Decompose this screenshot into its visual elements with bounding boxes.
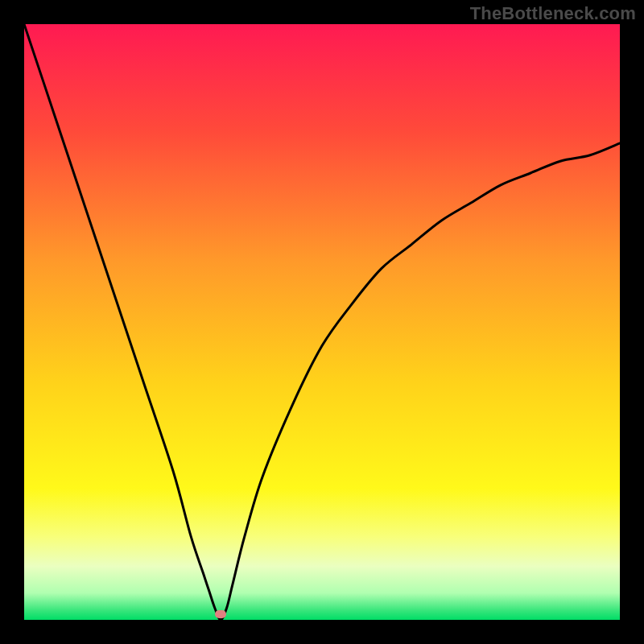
plot-svg [24,24,620,620]
watermark-text: TheBottleneck.com [470,3,636,24]
optimal-point-marker [215,610,226,618]
gradient-background [24,24,620,620]
plot-area [24,24,620,620]
chart-frame: TheBottleneck.com [0,0,644,644]
